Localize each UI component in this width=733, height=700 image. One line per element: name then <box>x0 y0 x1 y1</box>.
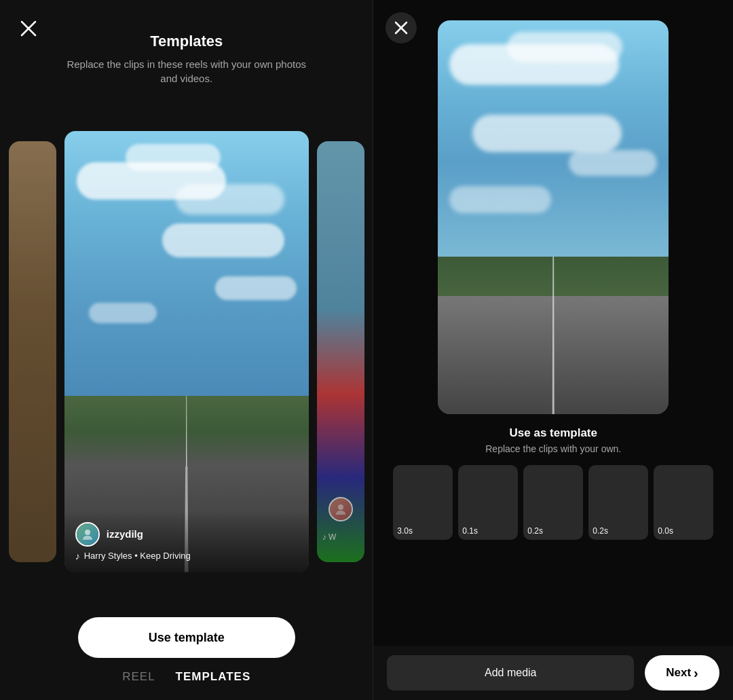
cloud-4 <box>215 276 297 300</box>
use-template-button[interactable]: Use template <box>78 617 295 658</box>
add-media-button[interactable]: Add media <box>387 655 634 690</box>
clip-duration-3: 0.2s <box>527 526 579 536</box>
left-close-button[interactable] <box>15 15 42 42</box>
music-note-icon: ♪ <box>75 551 80 561</box>
card-info-overlay: izzydilg ♪ Harry Styles • Keep Driving <box>64 511 309 572</box>
cloud-5 <box>176 184 284 215</box>
clip-duration-1: 3.0s <box>397 526 449 536</box>
clip-item-5[interactable]: 0.0s <box>654 465 713 540</box>
sky-area <box>64 131 309 396</box>
clip-item-4[interactable]: 0.2s <box>588 465 648 540</box>
preview-cloud-2 <box>507 32 622 62</box>
right-panel: Use as template Replace the clips with y… <box>373 0 733 700</box>
card-user-row: izzydilg <box>75 522 298 547</box>
music-info-row: ♪ Harry Styles • Keep Driving <box>75 551 298 561</box>
preview-cloud-3 <box>472 115 622 152</box>
chevron-right-icon: › <box>694 665 698 681</box>
clips-row: 3.0s 0.1s 0.2s 0.2s 0.0s <box>373 465 733 540</box>
tab-templates[interactable]: TEMPLATES <box>176 670 251 684</box>
template-card-left[interactable] <box>9 141 56 562</box>
clip-duration-2: 0.1s <box>462 526 514 536</box>
use-as-template-subtitle: Replace the clips with your own. <box>485 443 621 454</box>
svg-point-2 <box>85 530 90 535</box>
right-card-avatar <box>328 497 353 521</box>
preview-sky <box>438 20 669 257</box>
cloud-3 <box>162 223 284 257</box>
template-card-right[interactable]: ♪ W <box>317 141 364 562</box>
clip-item-1[interactable]: 3.0s <box>393 465 453 540</box>
clip-item-2[interactable]: 0.1s <box>458 465 518 540</box>
right-close-button[interactable] <box>386 12 417 43</box>
left-panel-title: Templates <box>150 33 223 50</box>
left-panel-subtitle: Replace the clips in these reels with yo… <box>58 57 316 86</box>
template-cards-row: izzydilg ♪ Harry Styles • Keep Driving <box>0 99 373 604</box>
add-media-label: Add media <box>485 667 537 679</box>
bottom-action-bar: Add media Next › <box>373 646 733 700</box>
card-username: izzydilg <box>107 528 143 540</box>
preview-road <box>438 257 669 414</box>
bottom-tabs: REEL TEMPLATES <box>122 670 250 684</box>
cloud-2 <box>126 144 221 171</box>
music-title: Harry Styles • Keep Driving <box>84 551 191 561</box>
svg-point-3 <box>338 504 343 510</box>
next-label: Next <box>666 666 691 680</box>
preview-cloud-4 <box>569 150 657 176</box>
template-card-center[interactable]: izzydilg ♪ Harry Styles • Keep Driving <box>64 131 309 572</box>
left-panel: Templates Replace the clips in these ree… <box>0 0 373 700</box>
preview-cloud-5 <box>449 186 551 213</box>
avatar <box>75 522 100 547</box>
cloud-6 <box>89 303 157 323</box>
use-template-label: Use template <box>149 631 225 645</box>
clip-duration-5: 0.0s <box>658 526 709 536</box>
clip-duration-4: 0.2s <box>593 526 644 536</box>
clip-item-3[interactable]: 0.2s <box>523 465 583 540</box>
use-as-template-title: Use as template <box>510 426 597 440</box>
tab-reel[interactable]: REEL <box>122 670 155 684</box>
preview-video <box>438 20 669 414</box>
next-button[interactable]: Next › <box>645 655 719 690</box>
